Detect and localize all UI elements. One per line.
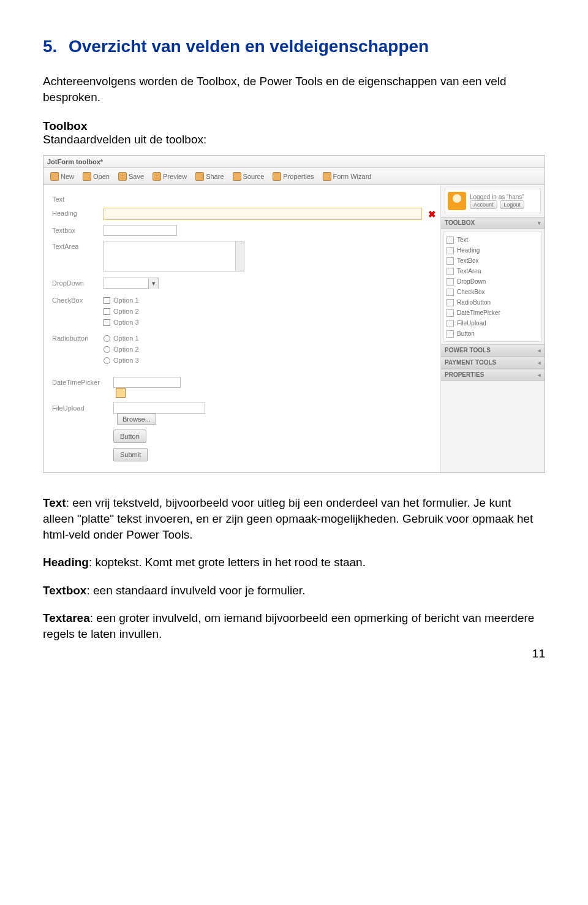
toolbox-item-fileupload[interactable]: FileUpload — [447, 318, 539, 328]
toolbox-item-datetimepicker[interactable]: DateTimePicker — [447, 308, 539, 318]
desc-heading-label: Heading — [43, 556, 89, 569]
radio-option[interactable]: Option 2 — [104, 344, 432, 355]
desc-textarea-body: : een groter invulveld, om iemand bijvoo… — [43, 612, 534, 640]
checkbox-option[interactable]: Option 3 — [104, 317, 432, 328]
desc-heading: Heading: koptekst. Komt met grote letter… — [43, 555, 545, 570]
page-title: 5.Overzicht van velden en veldeigenschap… — [43, 37, 545, 56]
radio-option[interactable]: Option 3 — [104, 355, 432, 366]
open-icon — [83, 172, 91, 181]
row-label-fileupload: FileUpload — [52, 403, 113, 412]
chevron-left-icon: ◂ — [538, 357, 541, 369]
toolbox-item-checkbox[interactable]: CheckBox — [447, 287, 539, 297]
toolbox-subtitle: Standaardvelden uit de toolbox: — [43, 133, 545, 146]
preview-icon — [153, 172, 161, 181]
heading-number: 5. — [43, 37, 69, 56]
checkbox-icon — [447, 289, 454, 296]
datetime-input[interactable] — [113, 377, 181, 388]
toolbox-item-button[interactable]: Button — [447, 328, 539, 339]
heading-icon — [447, 247, 454, 254]
checkbox-icon — [104, 297, 110, 304]
generic-button[interactable]: Button — [113, 430, 146, 443]
row-label-text: Text — [52, 194, 104, 203]
toolbox-title: Toolbox — [43, 119, 545, 133]
toolbar-source-button[interactable]: Source — [228, 170, 269, 183]
toolbar-formwizard-button[interactable]: Form Wizard — [318, 170, 376, 183]
panel-header-toolbox[interactable]: TOOLBOX▾ — [441, 217, 545, 229]
toolbox-list: Text Heading TextBox TextArea DropDown C… — [443, 232, 542, 342]
dropdown-input[interactable]: ▾ — [104, 278, 159, 289]
heading-input[interactable] — [104, 208, 422, 220]
chevron-left-icon: ◂ — [538, 369, 541, 381]
desc-textarea-label: Textarea — [43, 612, 90, 624]
toolbar-save-button[interactable]: Save — [114, 170, 148, 183]
close-icon[interactable]: ✖ — [428, 209, 436, 220]
scroll-down-icon[interactable] — [235, 256, 244, 271]
row-label-heading: Heading — [52, 208, 104, 217]
textbox-input[interactable] — [104, 225, 177, 236]
radio-icon — [447, 299, 454, 306]
row-label-datetime: DateTimePicker — [52, 377, 113, 386]
form-canvas: Text Heading ✖ Textbox TextArea DropDown… — [43, 185, 440, 472]
logged-in-text: Logged in as "hans" — [470, 194, 526, 200]
logout-button[interactable]: Logout — [500, 200, 524, 209]
radio-icon — [104, 346, 110, 353]
textarea-input[interactable] — [104, 241, 244, 271]
textarea-icon — [447, 268, 454, 275]
toolbox-item-radiobutton[interactable]: RadioButton — [447, 297, 539, 308]
sidebar: Logged in as "hans" Account Logout TOOLB… — [440, 185, 545, 472]
row-label-textbox: Textbox — [52, 225, 104, 234]
browse-button[interactable]: Browse... — [117, 414, 156, 425]
radio-icon — [104, 357, 110, 364]
desc-text: Text: een vrij tekstveld, bijvoorbeeld v… — [43, 495, 545, 542]
source-icon — [233, 172, 241, 181]
checkbox-icon — [104, 308, 110, 315]
page-number: 11 — [532, 647, 545, 661]
panel-header-properties[interactable]: PROPERTIES◂ — [441, 369, 545, 381]
chevron-left-icon: ◂ — [538, 344, 541, 357]
submit-button[interactable]: Submit — [113, 448, 148, 461]
upload-icon — [447, 320, 454, 327]
jotform-screenshot: JotForm toolbox* New Open Save Preview S… — [43, 155, 545, 473]
row-label-dropdown: DropDown — [52, 278, 104, 287]
row-label-checkbox: CheckBox — [52, 295, 104, 304]
checkbox-icon — [104, 319, 110, 326]
radio-icon — [104, 335, 110, 342]
share-icon — [195, 172, 204, 181]
toolbox-item-textarea[interactable]: TextArea — [447, 266, 539, 276]
toolbar-preview-button[interactable]: Preview — [148, 170, 191, 183]
row-label-radiobutton: Radiobutton — [52, 333, 104, 342]
toolbar-properties-button[interactable]: Properties — [268, 170, 318, 183]
save-icon — [118, 172, 127, 181]
button-icon — [447, 330, 454, 338]
toolbox-item-text[interactable]: Text — [447, 235, 539, 245]
toolbar-open-button[interactable]: Open — [78, 170, 114, 183]
checkbox-option[interactable]: Option 2 — [104, 306, 432, 317]
toolbox-item-heading[interactable]: Heading — [447, 245, 539, 256]
toolbar-share-button[interactable]: Share — [191, 170, 228, 183]
heading-text: Overzicht van velden en veldeigenschappe… — [69, 37, 429, 56]
text-icon — [447, 237, 454, 244]
account-button[interactable]: Account — [470, 200, 497, 209]
toolbar-new-button[interactable]: New — [46, 170, 78, 183]
desc-textbox-body: : een standaard invulveld voor je formul… — [86, 584, 305, 597]
user-box: Logged in as "hans" Account Logout — [445, 189, 541, 213]
new-icon — [50, 172, 59, 181]
toolbox-item-textbox[interactable]: TextBox — [447, 256, 539, 266]
panel-header-powertools[interactable]: POWER TOOLS◂ — [441, 344, 545, 357]
toolbox-item-dropdown[interactable]: DropDown — [447, 276, 539, 287]
description-block: Text: een vrij tekstveld, bijvoorbeeld v… — [43, 495, 545, 642]
panel-header-paymenttools[interactable]: PAYMENT TOOLS◂ — [441, 357, 545, 369]
fileupload-input[interactable] — [113, 403, 205, 414]
desc-textbox: Textbox: een standaard invulveld voor je… — [43, 583, 545, 599]
calendar-icon[interactable] — [116, 388, 126, 398]
window-titlebar: JotForm toolbox* — [43, 156, 545, 168]
radio-option[interactable]: Option 1 — [104, 333, 432, 344]
scroll-up-icon[interactable] — [235, 241, 244, 257]
desc-text-label: Text — [43, 496, 66, 509]
wizard-icon — [323, 172, 331, 181]
checkbox-option[interactable]: Option 1 — [104, 295, 432, 306]
dropdown-icon — [447, 278, 454, 286]
row-label-textarea: TextArea — [52, 241, 104, 250]
desc-textarea: Textarea: een groter invulveld, om ieman… — [43, 610, 545, 642]
chevron-down-icon: ▾ — [148, 278, 158, 289]
